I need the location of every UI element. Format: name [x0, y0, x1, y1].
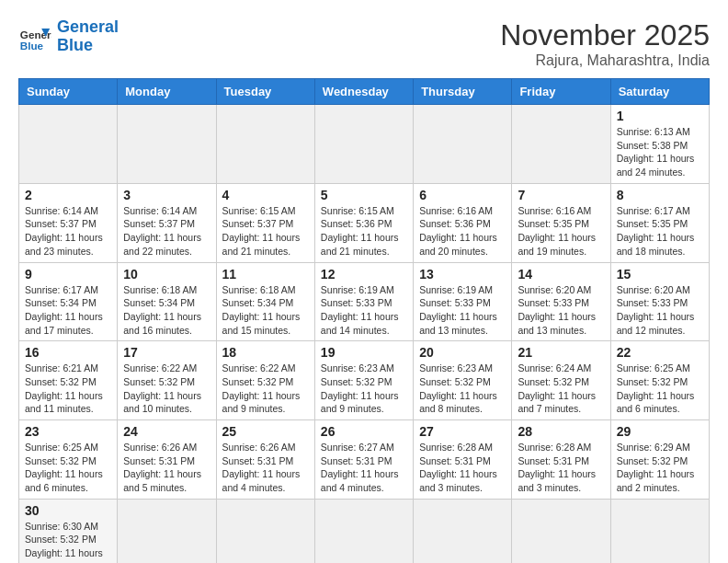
calendar-row-1: 2Sunrise: 6:14 AM Sunset: 5:37 PM Daylig…: [19, 183, 710, 262]
day-info: Sunrise: 6:14 AM Sunset: 5:37 PM Dayligh…: [123, 204, 210, 259]
calendar-cell: 30Sunrise: 6:30 AM Sunset: 5:32 PM Dayli…: [19, 499, 118, 563]
calendar-cell: 8Sunrise: 6:17 AM Sunset: 5:35 PM Daylig…: [610, 183, 709, 262]
day-number: 9: [25, 267, 111, 282]
day-info: Sunrise: 6:26 AM Sunset: 5:31 PM Dayligh…: [222, 441, 309, 495]
col-tuesday: Tuesday: [216, 79, 314, 105]
calendar-cell: 14Sunrise: 6:20 AM Sunset: 5:33 PM Dayli…: [512, 262, 610, 341]
calendar-cell: [512, 105, 610, 184]
calendar-row-5: 30Sunrise: 6:30 AM Sunset: 5:32 PM Dayli…: [19, 499, 710, 563]
calendar-cell: [314, 499, 413, 563]
day-number: 7: [518, 188, 604, 202]
col-thursday: Thursday: [414, 79, 512, 105]
day-info: Sunrise: 6:20 AM Sunset: 5:33 PM Dayligh…: [518, 283, 604, 338]
calendar-cell: 11Sunrise: 6:18 AM Sunset: 5:34 PM Dayli…: [216, 262, 314, 341]
day-number: 10: [123, 267, 210, 282]
calendar-cell: 28Sunrise: 6:28 AM Sunset: 5:31 PM Dayli…: [512, 420, 610, 500]
calendar-cell: 1Sunrise: 6:13 AM Sunset: 5:38 PM Daylig…: [610, 105, 709, 184]
calendar-cell: 24Sunrise: 6:26 AM Sunset: 5:31 PM Dayli…: [118, 420, 216, 500]
day-number: 1: [617, 109, 703, 123]
day-info: Sunrise: 6:22 AM Sunset: 5:32 PM Dayligh…: [222, 362, 309, 416]
day-info: Sunrise: 6:16 AM Sunset: 5:36 PM Dayligh…: [419, 204, 506, 259]
calendar-cell: 26Sunrise: 6:27 AM Sunset: 5:31 PM Dayli…: [314, 420, 413, 500]
col-sunday: Sunday: [19, 79, 118, 105]
calendar-cell: 19Sunrise: 6:23 AM Sunset: 5:32 PM Dayli…: [314, 341, 413, 420]
day-info: Sunrise: 6:23 AM Sunset: 5:32 PM Dayligh…: [419, 362, 506, 416]
calendar-row-2: 9Sunrise: 6:17 AM Sunset: 5:34 PM Daylig…: [19, 262, 710, 341]
day-number: 23: [25, 424, 111, 439]
day-number: 25: [222, 424, 309, 439]
day-info: Sunrise: 6:15 AM Sunset: 5:37 PM Dayligh…: [222, 204, 309, 259]
day-info: Sunrise: 6:18 AM Sunset: 5:34 PM Dayligh…: [222, 283, 309, 338]
day-info: Sunrise: 6:20 AM Sunset: 5:33 PM Dayligh…: [617, 283, 703, 338]
month-title: November 2025: [500, 18, 710, 52]
day-info: Sunrise: 6:14 AM Sunset: 5:37 PM Dayligh…: [25, 204, 111, 259]
day-info: Sunrise: 6:25 AM Sunset: 5:32 PM Dayligh…: [617, 362, 703, 416]
day-number: 5: [321, 188, 407, 202]
day-number: 13: [419, 267, 506, 282]
day-number: 21: [518, 345, 604, 360]
calendar-cell: [118, 499, 216, 563]
day-number: 28: [518, 424, 604, 439]
logo-general: General: [57, 17, 119, 36]
calendar-cell: 5Sunrise: 6:15 AM Sunset: 5:36 PM Daylig…: [314, 183, 413, 262]
day-info: Sunrise: 6:24 AM Sunset: 5:32 PM Dayligh…: [518, 362, 604, 416]
day-info: Sunrise: 6:16 AM Sunset: 5:35 PM Dayligh…: [518, 204, 604, 259]
day-info: Sunrise: 6:23 AM Sunset: 5:32 PM Dayligh…: [321, 362, 407, 416]
day-number: 3: [123, 188, 210, 202]
calendar-cell: 27Sunrise: 6:28 AM Sunset: 5:31 PM Dayli…: [414, 420, 512, 500]
calendar-cell: 2Sunrise: 6:14 AM Sunset: 5:37 PM Daylig…: [19, 183, 118, 262]
col-saturday: Saturday: [610, 79, 709, 105]
calendar-cell: 9Sunrise: 6:17 AM Sunset: 5:34 PM Daylig…: [19, 262, 118, 341]
day-number: 15: [617, 267, 703, 282]
calendar-cell: 12Sunrise: 6:19 AM Sunset: 5:33 PM Dayli…: [314, 262, 413, 341]
calendar-cell: 4Sunrise: 6:15 AM Sunset: 5:37 PM Daylig…: [216, 183, 314, 262]
calendar-cell: 15Sunrise: 6:20 AM Sunset: 5:33 PM Dayli…: [610, 262, 709, 341]
day-number: 8: [617, 188, 703, 202]
day-info: Sunrise: 6:13 AM Sunset: 5:38 PM Dayligh…: [617, 125, 703, 179]
day-number: 26: [321, 424, 407, 439]
day-info: Sunrise: 6:19 AM Sunset: 5:33 PM Dayligh…: [419, 283, 506, 338]
calendar-cell: 17Sunrise: 6:22 AM Sunset: 5:32 PM Dayli…: [118, 341, 216, 420]
day-info: Sunrise: 6:18 AM Sunset: 5:34 PM Dayligh…: [123, 283, 210, 338]
day-number: 19: [321, 345, 407, 360]
day-number: 12: [321, 267, 407, 282]
calendar-cell: [314, 105, 413, 184]
day-number: 6: [419, 188, 506, 202]
location-title: Rajura, Maharashtra, India: [500, 52, 710, 69]
calendar-cell: 16Sunrise: 6:21 AM Sunset: 5:32 PM Dayli…: [19, 341, 118, 420]
day-number: 17: [123, 345, 210, 360]
calendar-table: Sunday Monday Tuesday Wednesday Thursday…: [18, 78, 710, 563]
day-info: Sunrise: 6:22 AM Sunset: 5:32 PM Dayligh…: [123, 362, 210, 416]
day-number: 29: [617, 424, 703, 439]
calendar-cell: 25Sunrise: 6:26 AM Sunset: 5:31 PM Dayli…: [216, 420, 314, 500]
calendar-cell: [118, 105, 216, 184]
day-number: 16: [25, 345, 111, 360]
calendar-cell: [19, 105, 118, 184]
day-number: 30: [25, 503, 111, 518]
day-info: Sunrise: 6:29 AM Sunset: 5:32 PM Dayligh…: [617, 441, 703, 495]
calendar-cell: 18Sunrise: 6:22 AM Sunset: 5:32 PM Dayli…: [216, 341, 314, 420]
day-number: 4: [222, 188, 309, 202]
day-info: Sunrise: 6:17 AM Sunset: 5:34 PM Dayligh…: [25, 283, 111, 338]
svg-text:Blue: Blue: [20, 39, 44, 51]
day-info: Sunrise: 6:28 AM Sunset: 5:31 PM Dayligh…: [518, 441, 604, 495]
calendar-cell: 13Sunrise: 6:19 AM Sunset: 5:33 PM Dayli…: [414, 262, 512, 341]
calendar-cell: 23Sunrise: 6:25 AM Sunset: 5:32 PM Dayli…: [19, 420, 118, 500]
day-number: 24: [123, 424, 210, 439]
calendar-cell: 29Sunrise: 6:29 AM Sunset: 5:32 PM Dayli…: [610, 420, 709, 500]
calendar-cell: [610, 499, 709, 563]
generalblue-logo-icon: General Blue: [18, 20, 51, 53]
calendar-row-4: 23Sunrise: 6:25 AM Sunset: 5:32 PM Dayli…: [19, 420, 710, 500]
col-monday: Monday: [118, 79, 216, 105]
calendar-cell: [216, 499, 314, 563]
day-number: 14: [518, 267, 604, 282]
day-number: 18: [222, 345, 309, 360]
page-header: General Blue General Blue November 2025 …: [18, 18, 710, 69]
calendar-header-row: Sunday Monday Tuesday Wednesday Thursday…: [19, 79, 710, 105]
day-info: Sunrise: 6:30 AM Sunset: 5:32 PM Dayligh…: [25, 520, 111, 563]
day-number: 11: [222, 267, 309, 282]
logo-text: General Blue: [57, 18, 119, 55]
day-number: 2: [25, 188, 111, 202]
calendar-cell: [216, 105, 314, 184]
title-block: November 2025 Rajura, Maharashtra, India: [500, 18, 710, 69]
